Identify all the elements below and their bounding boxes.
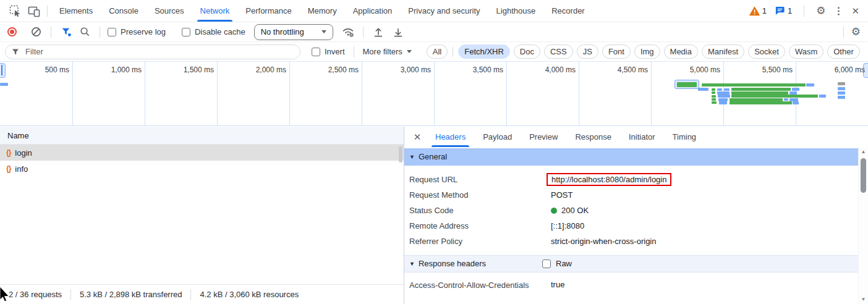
inspect-element-button[interactable] [6,2,25,20]
timeline-gridline [362,62,362,125]
tab-console[interactable]: Console [101,0,147,22]
chip-socket[interactable]: Socket [748,44,785,59]
chip-fetch-xhr[interactable]: Fetch/XHR [458,44,510,59]
messages-badge[interactable]: 1 [775,6,792,16]
tab-sources[interactable]: Sources [147,0,192,22]
search-icon [80,27,90,37]
filter-input[interactable] [24,46,294,57]
xhr-braces-icon: {} [6,164,11,173]
response-headers-section-header[interactable]: ▼ Response headers Raw [404,255,858,272]
details-tab-initiator[interactable]: Initiator [620,127,664,147]
download-icon [393,27,404,38]
import-har-button[interactable] [371,25,386,40]
timeline-overview[interactable]: 500 ms1,000 ms1,500 ms2,000 ms2,500 ms3,… [0,62,868,126]
divider [47,6,48,17]
tab-network[interactable]: Network [192,0,238,22]
chip-css[interactable]: CSS [544,44,573,59]
chip-all[interactable]: All [427,44,448,59]
scroll-down-arrow-icon[interactable]: ▼ [859,297,868,302]
more-filters-dropdown[interactable]: More filters [363,47,412,56]
chip-wasm[interactable]: Wasm [789,44,823,59]
chip-media[interactable]: Media [664,44,698,59]
close-details-icon[interactable]: ✕ [408,128,427,146]
disable-cache-label: Disable cache [195,27,245,36]
warning-icon [749,6,760,16]
filter-toggle-button[interactable] [59,25,74,40]
device-toolbar-button[interactable] [25,2,43,20]
details-scrollbar-thumb[interactable] [861,158,866,193]
divider [804,6,804,17]
details-tab-payload[interactable]: Payload [474,127,521,147]
waterfall-bar [0,83,8,86]
chip-manifest[interactable]: Manifest [702,44,744,59]
devtools-tab-bar: Elements Console Sources Network Perform… [0,0,868,22]
status-code-value: 200 OK [561,206,589,215]
name-column-header[interactable]: Name [0,127,404,145]
close-devtools-icon[interactable]: ✕ [851,6,859,15]
header-label: Referrer Policy [409,236,547,247]
chip-other[interactable]: Other [827,44,860,59]
network-settings-gear-icon[interactable]: ⚙ [851,27,861,37]
details-tab-headers[interactable]: Headers [427,127,474,147]
request-name: login [15,148,32,158]
details-scrollbar[interactable]: ▲ ▼ [858,147,868,304]
kebab-menu-icon[interactable]: ⋮ [833,6,843,16]
timeline-tick-label: 2,000 ms [231,65,286,74]
resources-summary: 4.2 kB / 3,060 kB resources [200,290,299,299]
tab-recorder[interactable]: Recorder [543,0,592,22]
waterfall-bar [730,101,792,104]
throttling-select[interactable]: No throttling [254,24,333,40]
invert-filter-toggle[interactable]: Invert [312,47,345,56]
filter-input-pill[interactable] [5,44,300,59]
tab-lighthouse[interactable]: Lighthouse [488,0,544,22]
timeline-gridline [145,62,145,125]
header-row-access-control-allow-credentials: Access-Control-Allow-Credentials true [404,277,858,293]
details-tab-bar: ✕ Headers Payload Preview Response Initi… [404,127,868,147]
timeline-tick-label: 5,000 ms [665,65,720,74]
network-toolbar: Preserve log Disable cache No throttling… [0,22,868,42]
timeline-gridline [72,62,73,125]
tab-application[interactable]: Application [345,0,401,22]
tab-elements[interactable]: Elements [51,0,101,22]
warnings-badge[interactable]: 1 [749,6,767,16]
details-tab-response[interactable]: Response [566,127,620,147]
settings-gear-icon[interactable]: ⚙ [816,6,825,16]
tab-memory[interactable]: Memory [300,0,345,22]
tab-privacy-and-security[interactable]: Privacy and security [400,0,488,22]
preserve-log-checkbox[interactable] [108,28,116,36]
response-headers-title: Response headers [419,255,486,272]
timeline-tick-label: 4,500 ms [592,65,648,74]
search-button[interactable] [77,25,92,40]
timeline-tick-label: 5,500 ms [737,65,793,74]
raw-toggle[interactable]: Raw [542,256,572,272]
filter-funnel-icon [61,27,72,37]
timeline-gridline [506,62,507,125]
network-conditions-button[interactable] [341,25,355,40]
disable-cache-toggle[interactable]: Disable cache [182,27,245,36]
chevron-down-icon [407,50,412,53]
scroll-up-arrow-icon[interactable]: ▲ [859,149,868,154]
status-ok-dot-icon [551,208,557,214]
record-network-log-button[interactable] [7,27,17,36]
invert-checkbox[interactable] [312,48,320,56]
requests-scrollbar-thumb[interactable] [399,146,402,163]
raw-checkbox[interactable] [542,260,551,268]
clear-network-log-button[interactable] [28,25,43,40]
header-row-request-method: Request Method POST [404,187,858,203]
chip-font[interactable]: Font [602,44,631,59]
chip-img[interactable]: Img [634,44,660,59]
chip-js[interactable]: JS [577,44,598,59]
request-row-info[interactable]: {} info [0,161,404,177]
general-section-header[interactable]: ▼ General [404,148,858,166]
divider [363,27,364,38]
request-row-login[interactable]: {} login [0,145,404,161]
preserve-log-toggle[interactable]: Preserve log [108,27,166,36]
waterfall-bar [712,98,716,101]
details-tab-timing[interactable]: Timing [664,127,705,147]
details-tab-preview[interactable]: Preview [521,127,566,147]
chip-doc[interactable]: Doc [514,44,540,59]
header-label: Request Method [409,190,547,200]
tab-performance[interactable]: Performance [237,0,299,22]
export-har-button[interactable] [391,25,406,40]
disable-cache-checkbox[interactable] [182,28,190,36]
